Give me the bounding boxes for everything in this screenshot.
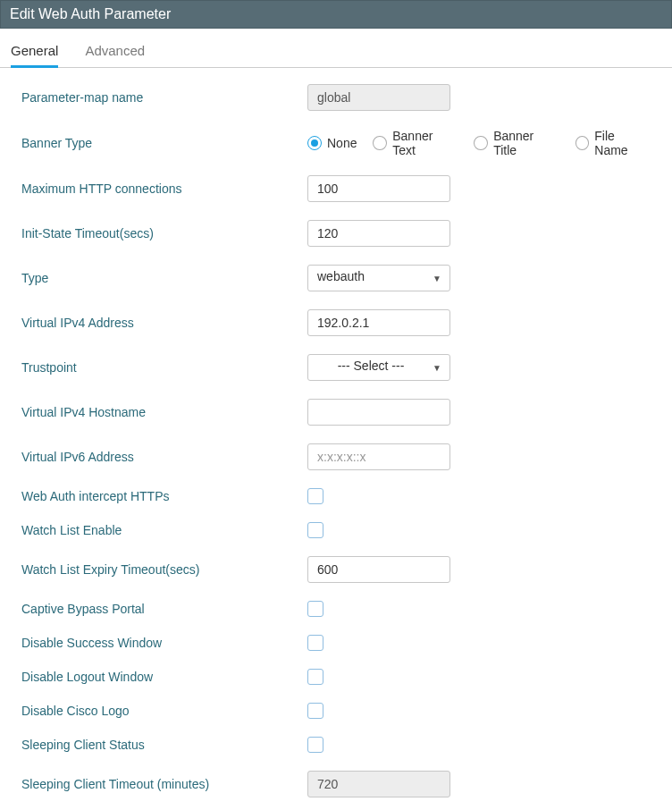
radio-icon	[575, 136, 590, 150]
watch-list-expiry-label: Watch List Expiry Timeout(secs)	[21, 562, 307, 577]
param-map-name-input	[307, 84, 450, 111]
watch-list-enable-label: Watch List Enable	[21, 523, 307, 537]
disable-success-label: Disable Success Window	[21, 636, 307, 650]
virtual-ipv4-addr-label: Virtual IPv4 Address	[21, 316, 307, 330]
banner-text-radio[interactable]: Banner Text	[373, 129, 458, 157]
virtual-ipv4-addr-input[interactable]	[307, 309, 450, 336]
virtual-ipv6-addr-label: Virtual IPv6 Address	[21, 450, 307, 464]
window-title: Edit Web Auth Parameter	[0, 0, 672, 29]
tab-bar: General Advanced	[0, 29, 672, 68]
disable-logout-label: Disable Logout Window	[21, 670, 307, 684]
banner-type-label: Banner Type	[21, 136, 307, 150]
trustpoint-label: Trustpoint	[21, 360, 307, 375]
virtual-ipv6-addr-input[interactable]	[307, 443, 450, 470]
banner-file-name-radio[interactable]: File Name	[575, 129, 651, 157]
banner-none-radio[interactable]: None	[307, 136, 357, 150]
virtual-ipv4-host-label: Virtual IPv4 Hostname	[21, 405, 307, 419]
type-select[interactable]: webauth	[307, 265, 450, 291]
banner-type-radio-group: None Banner Text Banner Title File Name	[307, 129, 651, 157]
sleeping-status-checkbox[interactable]	[307, 737, 323, 753]
banner-title-radio[interactable]: Banner Title	[474, 129, 559, 157]
radio-icon	[307, 136, 322, 150]
watch-list-expiry-input[interactable]	[307, 556, 450, 583]
radio-icon	[373, 136, 387, 150]
init-state-timeout-label: Init-State Timeout(secs)	[21, 226, 307, 240]
max-http-conn-input[interactable]	[307, 175, 450, 202]
init-state-timeout-input[interactable]	[307, 220, 450, 247]
type-label: Type	[21, 271, 307, 285]
radio-icon	[474, 136, 488, 150]
radio-label: File Name	[594, 129, 651, 157]
sleeping-timeout-label: Sleeping Client Timeout (minutes)	[21, 777, 307, 791]
general-form: Parameter-map name Banner Type None Bann…	[0, 68, 672, 810]
disable-logo-label: Disable Cisco Logo	[21, 704, 307, 718]
captive-bypass-checkbox[interactable]	[307, 601, 323, 617]
captive-bypass-label: Captive Bypass Portal	[21, 602, 307, 616]
watch-list-enable-checkbox[interactable]	[307, 522, 323, 538]
disable-success-checkbox[interactable]	[307, 635, 323, 651]
sleeping-status-label: Sleeping Client Status	[21, 738, 307, 752]
disable-logo-checkbox[interactable]	[307, 703, 323, 719]
web-auth-intercept-label: Web Auth intercept HTTPs	[21, 489, 307, 503]
radio-label: Banner Title	[493, 129, 559, 157]
max-http-conn-label: Maximum HTTP connections	[21, 181, 307, 196]
radio-label: Banner Text	[392, 129, 458, 157]
trustpoint-select[interactable]: --- Select ---	[307, 354, 450, 381]
tab-general[interactable]: General	[11, 38, 58, 68]
virtual-ipv4-host-input[interactable]	[307, 399, 450, 426]
disable-logout-checkbox[interactable]	[307, 669, 323, 685]
radio-label: None	[327, 136, 357, 150]
web-auth-intercept-checkbox[interactable]	[307, 488, 323, 504]
sleeping-timeout-input	[307, 771, 450, 797]
param-map-name-label: Parameter-map name	[21, 90, 307, 105]
tab-advanced[interactable]: Advanced	[85, 38, 145, 67]
